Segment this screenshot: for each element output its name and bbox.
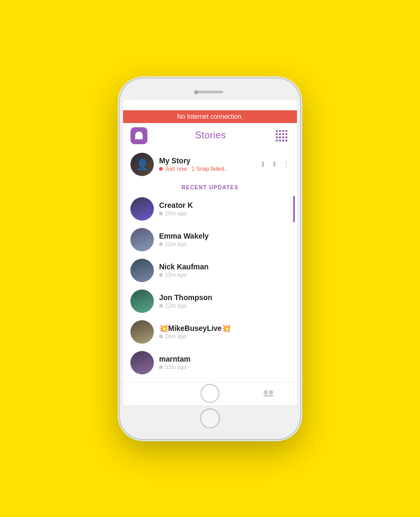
story-name: Emma Wakely (159, 232, 290, 240)
story-time: 10m ago (165, 210, 187, 216)
story-name: Jon Thompson (159, 293, 290, 302)
share-icon[interactable]: ⬆ (272, 160, 277, 168)
avatar (130, 351, 154, 374)
no-internet-banner: No Internet connection. (123, 110, 297, 123)
time-dot (159, 273, 163, 277)
error-dot (159, 167, 163, 171)
my-story-row[interactable]: 👤 My Story Just now · 1 Snap failed... ⬇… (123, 148, 297, 180)
bottom-nav (123, 382, 297, 405)
story-info: Creator K 10m ago (159, 201, 290, 216)
status-bar (123, 100, 297, 110)
time-dot (159, 304, 163, 308)
my-story-actions: ⬇ ⬆ ⋮ (260, 160, 290, 169)
stories-list[interactable]: 👤 My Story Just now · 1 Snap failed... ⬇… (123, 148, 297, 382)
story-sub: 13m ago (159, 271, 290, 278)
home-button[interactable] (200, 408, 220, 428)
story-name: Creator K (159, 201, 290, 209)
capture-button[interactable] (200, 384, 220, 403)
story-info: 💥MikeBuseyLive💥 26m ago (159, 324, 290, 339)
avatar (130, 197, 154, 221)
story-row[interactable]: marntam 33m ago (123, 347, 297, 378)
story-time: 33m ago (165, 364, 187, 370)
story-sub: 22m ago (159, 302, 290, 309)
app-header: Stories (123, 123, 297, 148)
my-story-info: My Story Just now · 1 Snap failed... (159, 156, 255, 172)
story-sub: 10m ago (159, 210, 290, 216)
my-story-sub: Just now · 1 Snap failed... (159, 165, 255, 172)
time-dot (159, 365, 163, 369)
story-row[interactable]: 💥MikeBuseyLive💥 26m ago (123, 317, 297, 347)
banner-text: No Internet connection. (177, 113, 243, 120)
story-sub: 26m ago (159, 333, 290, 339)
story-row[interactable]: Emma Wakely 12m ago (123, 224, 297, 255)
time-dot (159, 335, 163, 338)
story-time: 26m ago (165, 333, 187, 339)
story-sub: 12m ago (159, 241, 290, 247)
avatar (130, 320, 154, 344)
story-name: marntam (159, 355, 290, 363)
my-story-subtitle: Just now · 1 Snap failed... (165, 165, 229, 172)
avatar (130, 228, 154, 251)
story-sub: 33m ago (159, 364, 290, 370)
my-story-avatar: 👤 (130, 153, 154, 176)
phone-bottom (200, 405, 220, 432)
avatar (130, 259, 154, 282)
phone-frame: No Internet connection. Stories (120, 78, 300, 439)
story-row[interactable]: Oladoyin 1h ago (123, 378, 297, 382)
story-row[interactable]: Nick Kaufman 13m ago (123, 255, 297, 286)
ghost-icon[interactable] (130, 127, 147, 144)
story-time: 22m ago (165, 302, 187, 309)
story-name: Nick Kaufman (159, 262, 290, 271)
page-title: Stories (195, 130, 226, 141)
story-name: 💥MikeBuseyLive💥 (159, 324, 290, 332)
story-info: Nick Kaufman 13m ago (159, 262, 290, 278)
phone-top-bar (123, 85, 297, 100)
my-story-name: My Story (159, 156, 255, 165)
story-row[interactable]: Jon Thompson 22m ago (123, 286, 297, 317)
recent-updates-header: RECENT UPDATES (123, 180, 297, 194)
story-row[interactable]: Creator K 10m ago (123, 194, 297, 224)
story-info: marntam 33m ago (159, 355, 290, 370)
phone-screen: No Internet connection. Stories (123, 100, 297, 405)
time-dot (159, 242, 163, 246)
more-icon[interactable]: ⋮ (283, 160, 290, 169)
phone-camera (194, 90, 198, 94)
phone-speaker (197, 91, 223, 93)
story-time: 12m ago (165, 241, 187, 247)
friends-icon[interactable] (260, 385, 277, 402)
story-time: 13m ago (165, 271, 187, 278)
story-info: Emma Wakely 12m ago (159, 232, 290, 247)
download-icon[interactable]: ⬇ (260, 160, 266, 169)
time-dot (159, 212, 163, 215)
avatar (130, 290, 154, 313)
nav-left-spacer (143, 385, 160, 402)
discover-grid-icon[interactable] (274, 128, 290, 144)
story-info: Jon Thompson 22m ago (159, 293, 290, 309)
